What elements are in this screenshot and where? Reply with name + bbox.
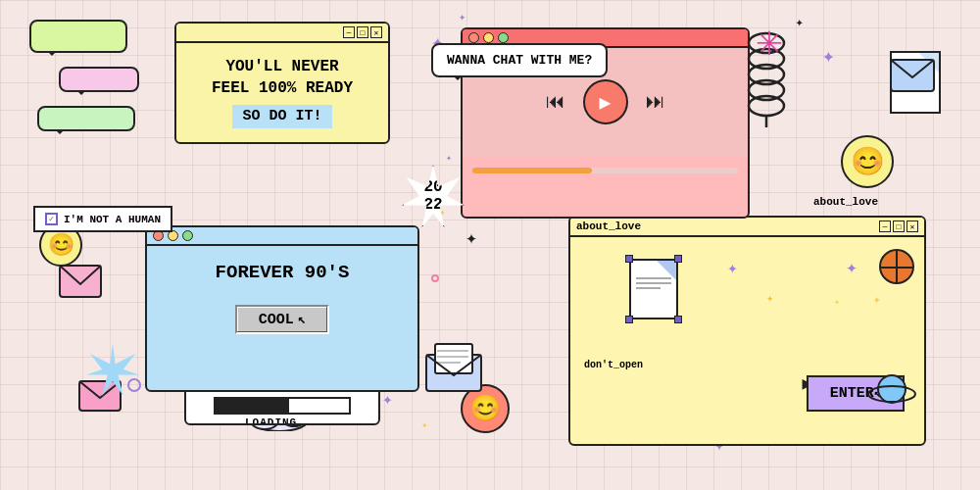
- open-envelope-center: [425, 341, 482, 392]
- win-maximize-btn[interactable]: □: [357, 26, 368, 38]
- pink-envelope-left: [59, 265, 102, 298]
- win-motivate-titlebar: ─ □ ✕: [176, 24, 388, 43]
- chat-bubble-text: WANNA CHAT WITH ME?: [447, 53, 592, 68]
- sparkle-tr-1: ✦: [796, 14, 804, 30]
- win-90s-green[interactable]: [182, 230, 193, 241]
- loading-bar: [214, 397, 351, 415]
- sparkle-in-about-2: ✦: [873, 291, 881, 308]
- cool-button[interactable]: COOL: [235, 305, 329, 334]
- win-about-body: don't_open ▶ ▶ ▶ ENTER ✦ ✦ ✦ ✦ ✦: [570, 237, 924, 423]
- pink-envelope-bottom: [78, 380, 122, 412]
- win-controls: ─ □ ✕: [343, 26, 382, 38]
- chat-bubble: WANNA CHAT WITH ME?: [431, 43, 608, 77]
- win-red-btn[interactable]: [468, 32, 479, 43]
- win-90s-titlebar: [147, 227, 417, 246]
- win-green-btn[interactable]: [498, 32, 509, 43]
- sparkle-mid-4: ✦: [466, 225, 477, 250]
- loading-progress: [216, 399, 289, 413]
- prev-btn-icon[interactable]: ⏮: [546, 90, 565, 114]
- smiley-face-right: 😊: [841, 135, 894, 188]
- handle-br: [674, 316, 682, 323]
- sparkle-in-about-4: ✦: [727, 257, 738, 278]
- about-love-window: about_love ─ □ ✕ don't_open: [568, 216, 926, 446]
- video-progress-fill: [472, 168, 592, 173]
- win-motivate-body: YOU'LL NEVER FEEL 100% READY SO DO IT!: [176, 43, 388, 142]
- win-close-btn[interactable]: ✕: [370, 26, 382, 38]
- speech-bubble-3: [37, 106, 135, 131]
- dot-circle-1: [127, 378, 141, 392]
- play-button[interactable]: ▶: [583, 79, 628, 124]
- svg-rect-8: [435, 344, 472, 373]
- dont-open-label: don't_open: [584, 360, 643, 370]
- pink-starburst: ✳: [745, 22, 794, 71]
- envelope-top-right: [890, 59, 935, 92]
- forever-90s-window: FOREVER 90'S COOL: [145, 225, 419, 392]
- sparkle-in-about-3: ✦: [834, 296, 840, 308]
- checkbox-icon: ✓: [45, 213, 58, 225]
- basketball-icon: [879, 249, 914, 284]
- win-about-minimize[interactable]: ─: [879, 220, 891, 232]
- win-about-title: about_love: [576, 220, 641, 232]
- win-minimize-btn[interactable]: ─: [343, 26, 355, 38]
- sparkle-mid-3: ✦: [446, 152, 452, 164]
- win-about-maximize[interactable]: □: [893, 220, 905, 232]
- win-about-close[interactable]: ✕: [906, 220, 918, 232]
- sparkle-in-about-5: ✦: [766, 291, 773, 306]
- forever-90s-heading: FOREVER 90'S: [157, 262, 408, 283]
- motivate-line1: YOU'LL NEVER: [186, 57, 378, 78]
- sparkle-in-about-1: ✦: [846, 255, 858, 279]
- sparkle-top-2: ✦: [459, 10, 466, 24]
- speech-bubble-2: [59, 67, 139, 92]
- sparkle-bot-4: ✦: [421, 418, 428, 431]
- next-btn-icon[interactable]: ⏭: [646, 90, 665, 114]
- planet-icon: [867, 370, 916, 408]
- win-yellow-btn[interactable]: [483, 32, 494, 43]
- handle-tr: [674, 255, 682, 263]
- win-about-controls: ─ □ ✕: [879, 220, 918, 232]
- speech-bubble-1: [29, 20, 127, 53]
- loading-text: LOADING...: [194, 416, 370, 425]
- win-about-titlebar: about_love ─ □ ✕: [570, 218, 924, 237]
- video-controls: [463, 156, 748, 185]
- not-human-label: I'M NOT A HUMAN: [64, 214, 161, 225]
- loading-body: LOADING...: [186, 389, 378, 425]
- win-90s-body: FOREVER 90'S COOL: [147, 246, 417, 344]
- not-human-badge: ✓ I'M NOT A HUMAN: [33, 206, 172, 232]
- motivational-window: ─ □ ✕ YOU'LL NEVER FEEL 100% READY SO DO…: [174, 22, 390, 144]
- badge-2022: 2022: [402, 165, 465, 227]
- motivate-line2: FEEL 100% READY: [186, 78, 378, 100]
- about-love-label: about_love: [813, 196, 878, 208]
- svg-point-14: [878, 375, 906, 403]
- doc-with-handles: [629, 259, 678, 319]
- handle-tl: [625, 255, 633, 263]
- handle-bl: [625, 316, 633, 323]
- video-progress-bar[interactable]: [472, 168, 738, 173]
- motivate-highlight: SO DO IT!: [232, 105, 331, 128]
- dot-circle-2: [431, 274, 439, 282]
- sparkle-tr-2: ✦: [822, 43, 835, 70]
- badge-2022-text: 2022: [423, 178, 442, 215]
